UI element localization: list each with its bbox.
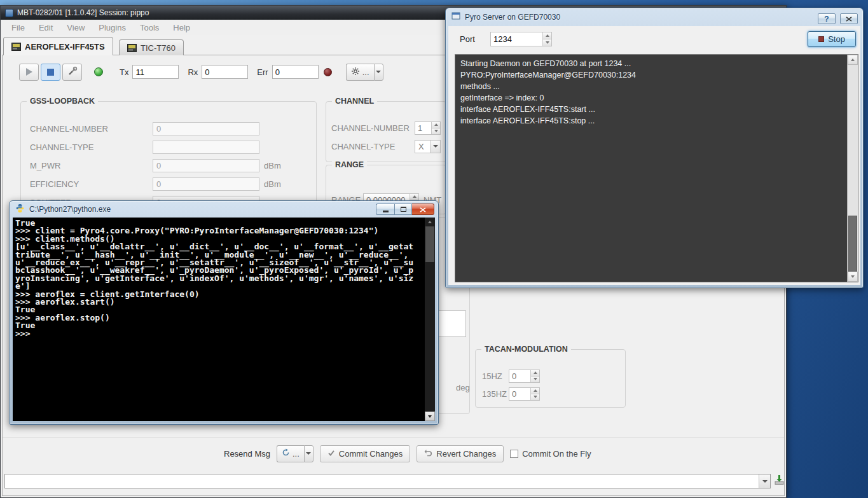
err-label: Err <box>257 67 268 77</box>
dropdown-arrow-button[interactable] <box>304 445 313 462</box>
scrollbar-thumb[interactable] <box>425 226 434 262</box>
tacan-modulation-group: TACAN-MODULATION 15HZ 0 135HZ 0 <box>475 349 626 408</box>
menu-plugins[interactable]: Plugins <box>92 23 133 32</box>
log-line: interface AEROFLEX-IFF45TS:start ... <box>460 104 842 115</box>
commit-on-fly-option: Commit On the Fly <box>510 449 591 459</box>
close-button[interactable] <box>412 204 434 215</box>
checkbox-label: Commit On the Fly <box>522 449 591 459</box>
gear-button[interactable]: ... <box>346 64 374 81</box>
scroll-up-button[interactable] <box>425 218 435 226</box>
efficiency-field: 0 <box>153 177 259 191</box>
pyro-stop-button[interactable]: Stop <box>808 31 856 47</box>
stop-icon <box>47 69 54 76</box>
menu-view[interactable]: View <box>60 23 92 32</box>
spin-down-icon <box>546 41 549 44</box>
m-pwr-field: 0 <box>153 159 259 172</box>
minimize-icon <box>383 211 389 212</box>
field-row: EFFICIENCY 0 dBm <box>30 177 311 191</box>
spin-up-icon <box>534 371 537 374</box>
chevron-down-icon <box>433 145 438 148</box>
channel-number-field: 0 <box>153 122 259 135</box>
spin-buttons[interactable] <box>542 32 551 46</box>
scroll-down-button[interactable] <box>848 272 858 282</box>
desktop: MBT-0282/01 [1.1.0.42] Session: pippo Fi… <box>0 0 868 498</box>
spin-up-icon <box>534 389 537 392</box>
error-led <box>324 68 332 76</box>
port-label: Port <box>460 34 475 44</box>
instrument-icon <box>127 44 137 52</box>
spin-buttons[interactable] <box>530 388 539 400</box>
tab-tic-t760[interactable]: TIC-T760 <box>119 39 184 55</box>
menu-help[interactable]: Help <box>166 23 197 32</box>
channel-type-combo[interactable]: X <box>415 140 441 153</box>
minimize-button[interactable] <box>376 204 394 215</box>
gear-icon <box>351 67 360 78</box>
python-console-window: C:\Python27\python.exe True >>> client =… <box>9 200 439 425</box>
console-line: yroInstancing', u'getInterface', u'index… <box>15 275 425 282</box>
combo-value: X <box>415 141 430 153</box>
group-title: RANGE <box>332 160 367 169</box>
pyro-scrollbar[interactable] <box>847 55 858 282</box>
spin-buttons[interactable] <box>530 370 539 382</box>
console-output[interactable]: True >>> client = Pyro4.core.Proxy("PYRO… <box>13 218 435 421</box>
console-line: True <box>15 322 425 329</box>
tx-field[interactable] <box>132 65 179 79</box>
scroll-down-button[interactable] <box>425 412 435 421</box>
revert-changes-button[interactable]: Revert Changes <box>417 445 504 462</box>
console-titlebar[interactable]: C:\Python27\python.exe <box>10 201 438 217</box>
app-icon <box>5 9 13 17</box>
unit-label: deg <box>456 383 470 392</box>
dropdown-arrow-button[interactable] <box>374 64 383 81</box>
wrench-icon <box>67 66 78 78</box>
combo-arrow-button[interactable] <box>759 474 770 488</box>
arrow-up-icon <box>851 59 855 61</box>
export-button[interactable] <box>773 474 785 487</box>
spin-up-icon <box>546 34 549 37</box>
tab-aeroflex-iff45ts[interactable]: AEROFLEX-IFF45TS <box>3 37 113 55</box>
unit-label: dBm <box>264 179 281 189</box>
group-title: GSS-LOOPBACK <box>27 97 98 106</box>
arrow-down-icon <box>428 415 432 418</box>
port-spin[interactable]: 1234 <box>490 32 552 46</box>
console-scrollbar[interactable] <box>425 218 435 421</box>
menu-tools[interactable]: Tools <box>133 23 166 32</box>
field-label: M_PWR <box>30 161 153 170</box>
stop-icon <box>818 36 824 42</box>
menu-file[interactable]: File <box>4 23 32 32</box>
stop-label: Stop <box>828 34 845 44</box>
maximize-button[interactable] <box>394 204 412 215</box>
tx-label: Tx <box>120 67 128 77</box>
settings-button[interactable] <box>62 64 82 81</box>
scroll-up-button[interactable] <box>848 55 858 65</box>
stop-button[interactable] <box>41 64 60 81</box>
spin-up-icon <box>434 123 438 126</box>
menu-edit[interactable]: Edit <box>32 23 60 32</box>
hz15-spin[interactable]: 0 <box>509 370 540 383</box>
err-field[interactable] <box>272 65 319 79</box>
help-button[interactable]: ? <box>818 13 836 24</box>
console-window-title: C:\Python27\python.exe <box>29 205 111 214</box>
pyro-titlebar[interactable]: Pyro Server on GEFD70030 <box>446 8 863 25</box>
start-button[interactable] <box>19 64 39 81</box>
toolbar-options-button[interactable]: ... <box>346 64 383 81</box>
field-row: CHANNEL-NUMBER 0 <box>30 121 311 135</box>
message-combobox[interactable] <box>4 474 771 488</box>
field-row: CHANNEL-NUMBER 1 <box>331 121 441 135</box>
commit-on-fly-checkbox[interactable] <box>510 450 518 458</box>
undo-icon <box>424 449 432 459</box>
commit-changes-button[interactable]: Commit Changes <box>320 445 410 462</box>
tab-label: AEROFLEX-IFF45TS <box>25 42 105 52</box>
combo-arrow-button[interactable] <box>430 141 440 153</box>
close-button[interactable] <box>840 13 858 24</box>
field-label: CHANNEL-TYPE <box>30 142 153 152</box>
scrollbar-thumb[interactable] <box>848 216 857 272</box>
rx-field[interactable] <box>202 65 248 79</box>
refresh-button[interactable]: ... <box>277 445 304 462</box>
spin-buttons[interactable] <box>431 122 440 134</box>
resend-options-button[interactable]: ... <box>277 445 313 462</box>
hz135-spin[interactable]: 0 <box>509 387 540 401</box>
arrow-up-icon <box>428 221 432 223</box>
spin-value: 1234 <box>491 32 542 46</box>
channel-number-spin[interactable]: 1 <box>415 121 441 135</box>
log-line: interface AEROFLEX-IFF45TS:stop ... <box>460 115 842 127</box>
